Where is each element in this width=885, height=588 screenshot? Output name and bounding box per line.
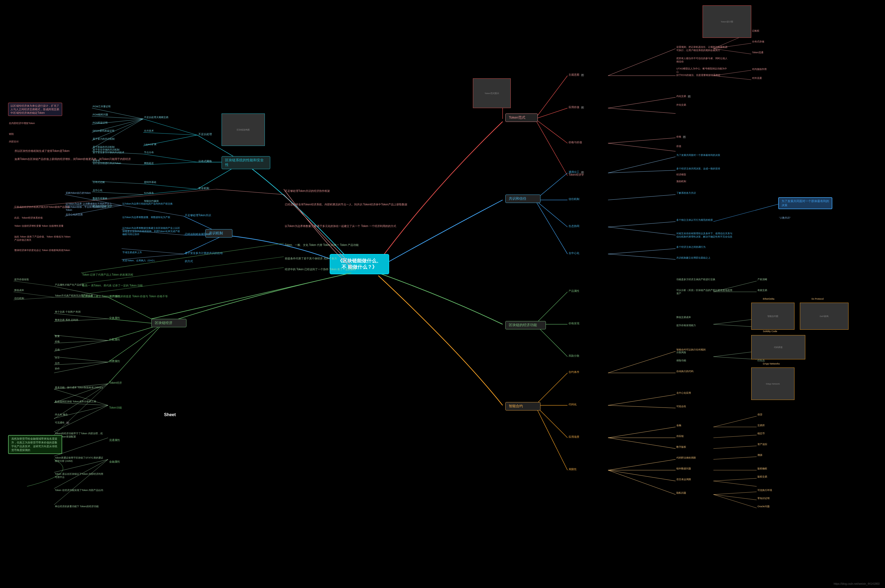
pow-leaf2: POW能耗问题 — [92, 113, 109, 117]
cm-leaf3: 以Token为边界将数据交换建立在区块链的产业上以区块链是企业协作的底层架构，利… — [122, 226, 181, 237]
eco-ll3: 单个交易 个别用户 利润 — [54, 310, 81, 314]
tl-leaf2: 此后、Token经济体系价值 — [14, 216, 44, 220]
token-leaf5: 内化交易 P — [676, 94, 692, 98]
eco-extend1: 流通属性 — [108, 438, 121, 442]
perf-leaf1: 不足以处理大规模交易 — [143, 116, 169, 119]
token-left-sub1: 不足够处理Token共识的经济协作框架 — [284, 189, 331, 193]
smart-img-label4: DApp Networks — [762, 362, 781, 366]
smart-sub4: 局限性 — [567, 467, 578, 471]
eco-token-l3: 内火化 融合 — [54, 413, 69, 417]
svg-line-126 — [54, 405, 108, 432]
eco-leaf4: 提升价格发现能力 — [676, 324, 697, 327]
svg-line-21 — [608, 49, 676, 76]
cm-leaf2: 以Token为边界将数据量、将数据转化为产权 — [122, 216, 171, 219]
svg-line-79 — [108, 324, 162, 362]
smart-img-label2: 0x Protocol — [811, 297, 825, 301]
perf-sub2: 分布式网络 — [197, 159, 213, 164]
smart-sub1: 合约条件 — [567, 370, 580, 374]
eco-ll8: 分工 — [54, 356, 60, 360]
perf-leaf2: 分片技术 — [143, 129, 154, 133]
svg-line-117 — [216, 189, 284, 195]
far-left-leaf3: 内部支付 — [8, 140, 20, 144]
consensus-sub4: 去中心化 — [567, 251, 580, 255]
cm-deep3: 去中心化的交易 — [65, 213, 84, 217]
eco-ll9: 合作 — [54, 362, 60, 365]
smart-leaf11: 隐私问题 — [676, 491, 687, 495]
branch-performance: 区块链系统的性能和安全性 — [222, 156, 270, 169]
svg-line-55 — [713, 457, 757, 459]
cm-leaf5: 买卖Token、众筹购入（DAO） — [122, 259, 157, 262]
svg-line-85 — [54, 335, 108, 340]
token-sub3: 价格与价值 — [567, 140, 583, 145]
svg-line-14 — [535, 405, 567, 470]
svg-line-57 — [713, 478, 757, 481]
svg-line-49 — [608, 470, 676, 481]
smart-leaf8: 代码即法律的局限 — [676, 456, 697, 460]
left-token2: 如果Token在区块链产品价值上获得的经济增长，则Token价格更高效，则Tok… — [14, 157, 68, 161]
branch-consensus: 共识和信任 — [506, 195, 540, 203]
svg-line-6 — [535, 200, 567, 227]
perf-leaf7: 51%攻击 — [143, 191, 154, 195]
eco-left4: 消费属性 — [108, 359, 121, 363]
smart-img2: DeFi架构 — [800, 303, 849, 330]
token-mid1: Token、一般、文化 Token 代替 Token 的单一 Token 产品功… — [284, 243, 338, 247]
bottom-left-highlight: 虽然加密货币给金融领域带来知名度提升，但真正为加密货币带来价值的是数字化产品及技… — [8, 435, 62, 454]
token-diagram-img: Token设计图 — [703, 5, 751, 38]
eco-fll2: 降低成本 — [14, 289, 25, 292]
smart-leaf7: 数字版权 — [676, 446, 687, 449]
eco-leaf3: 降低交易成本 — [676, 316, 692, 320]
token-left-sub3: 以Token为边界将数量三量 基于多元化的加在一起建立了从一个 Token 一个… — [284, 224, 343, 228]
svg-line-39 — [713, 202, 784, 222]
svg-line-62 — [122, 206, 184, 216]
token-leaf8: 价值 — [676, 145, 682, 148]
consensus-leaf5: 对相互依存的有限理性以及条件下、使用信任关系与信任机制代替理性决策，解决不确定性… — [676, 232, 735, 238]
svg-line-97 — [54, 384, 108, 435]
svg-line-44 — [608, 427, 676, 438]
eco-leaf6: 保险功能 — [676, 359, 687, 363]
token-sub1: 主观意图 P — [567, 72, 585, 77]
perf-sub3: 安全机制 — [197, 186, 210, 190]
far-left-main: 以区域性经济体为单位进行设计，扩充了人与人之间经济交易模式，形成跨境交易中区域性… — [8, 103, 62, 116]
smart-deep1: 借贷 — [757, 413, 763, 417]
consensus-highlight-sub1: "人数共识" — [778, 216, 791, 220]
token-deep3: Token流通 — [751, 51, 764, 55]
svg-line-58 — [713, 481, 757, 486]
token-func1: Token 记录了代替产品上Token 的发展历程 — [81, 272, 130, 277]
perf-leaf6: 密码学基础 — [143, 180, 157, 184]
sheet-label: Sheet — [164, 412, 176, 418]
cm-leaf1: 以Token为边界行初始化的产业内外的产权交换 — [122, 202, 174, 206]
smart-leaf9: 链外数据问题 — [676, 467, 692, 471]
svg-line-37 — [608, 249, 676, 254]
smart-sub2: 代码化 — [567, 402, 578, 406]
eco-deep2: 有效交易 — [757, 289, 768, 292]
svg-line-120 — [81, 257, 284, 284]
svg-line-1 — [535, 108, 567, 119]
svg-line-90 — [54, 362, 108, 373]
cm-sub1: 不足够处理Token共识 — [184, 213, 212, 218]
center-node: 《区块链能做什么、不 能做什么？》 — [330, 254, 389, 274]
eco-btm3: Token 在经济功能实现了Token 内部产品以内 — [54, 489, 104, 492]
smart-leaf5: 金融 — [676, 424, 682, 428]
svg-line-60 — [713, 495, 757, 500]
consensus-leaf6: 多个经济主体之间协调行为 — [676, 245, 706, 249]
far-left-leaf1: 在内部经济中增发Token — [8, 122, 36, 125]
cm-sub2: 已经达到对全球Token — [184, 232, 212, 237]
token-func2: 较高一 类Token、类代表 记录了一定的 Token 功能 — [81, 283, 130, 288]
smart-leaf6: 供应链 — [676, 435, 684, 438]
smart-img-label1: EtherDelta — [762, 297, 775, 301]
token-image: Token范式图示 — [473, 78, 511, 108]
svg-line-83 — [54, 314, 108, 319]
smart-deep6: 版权确权 — [757, 467, 768, 471]
svg-line-72 — [713, 319, 757, 324]
pow-leaf5: 基于算力的共识机制 — [92, 137, 116, 141]
token-leaf3: UTXO模型以人为中心、帐号模型则以功能为中心 — [676, 67, 730, 74]
svg-line-33 — [608, 170, 676, 173]
svg-line-35 — [608, 222, 676, 227]
pow-leaf13: 数据不可篡改 — [92, 197, 108, 201]
svg-line-50 — [608, 470, 676, 495]
tl-leaf3: Token 估值经济增长变量 Token 估值增长变量 — [14, 224, 64, 228]
tl-leaf5: 整体经济体中的变化会让 Token 价格影响其他Token — [14, 249, 71, 252]
perf-leaf4: 节点分布 — [143, 151, 154, 154]
smart-img3: 代码界面 — [751, 335, 805, 359]
svg-line-43 — [608, 405, 676, 408]
